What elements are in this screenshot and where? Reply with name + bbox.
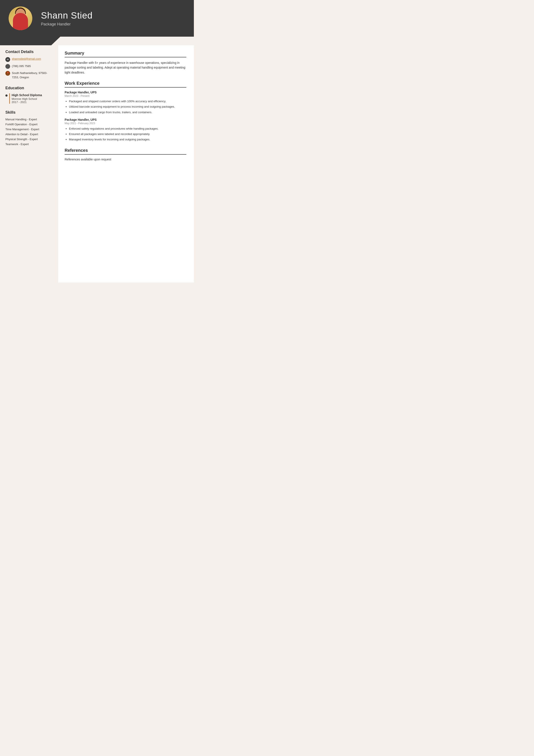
references-title: References (64, 148, 186, 155)
job-bullet-item: Enforced safety regulations and procedur… (69, 126, 186, 131)
email-link[interactable]: shannstied@gmail.com (12, 57, 41, 60)
chevron-shape (0, 37, 60, 45)
job-date: March 2023 - Present (64, 94, 186, 97)
job-bullet-item: Managed inventory levels for incoming an… (69, 137, 186, 142)
job-bullets: Enforced safety regulations and procedur… (64, 126, 186, 142)
work-experience-section: Work Experience Package Handler, UPSMarc… (64, 81, 186, 142)
header-text: Shann Stied Package Handler (41, 10, 93, 27)
references-text: References available upon request (64, 158, 186, 161)
references-section: References References available upon req… (64, 148, 186, 161)
phone-icon: 📞 (5, 64, 10, 69)
work-experience-title: Work Experience (64, 81, 186, 88)
header: Shann Stied Package Handler (0, 0, 194, 37)
sidebar: Contact Details ✉ shannstied@gmail.com 📞… (0, 45, 58, 283)
phone-text: (786) 095 7585 (12, 64, 31, 68)
education-item: High School Diploma Monroe High School 2… (5, 94, 53, 104)
contact-section: Contact Details ✉ shannstied@gmail.com 📞… (5, 50, 53, 79)
skill-item: Attention to Detail - Expert (5, 133, 53, 136)
chevron-decoration (0, 37, 194, 45)
job-bullet-item: Utilized barcode scanning equipment to p… (69, 105, 186, 109)
edu-bullet (5, 94, 8, 96)
summary-title: Summary (64, 51, 186, 57)
skills-section: Skills Manual Handling - ExpertForklift … (5, 110, 53, 146)
job-entry: Package Handler, UPSMarch 2023 - Present… (64, 91, 186, 115)
job-entry: Package Handler, UPSMay 2021 - February … (64, 118, 186, 142)
job-bullet-item: Loaded and unloaded cargo from trucks, t… (69, 110, 186, 115)
summary-text: Package Handler with 5+ years of experie… (64, 60, 186, 75)
edu-details: High School Diploma Monroe High School 2… (9, 94, 42, 104)
education-section-title: Education (5, 86, 53, 90)
avatar (9, 7, 32, 30)
summary-section: Summary Package Handler with 5+ years of… (64, 51, 186, 75)
job-date: May 2021 - February 2023 (64, 122, 186, 125)
job-bullets: Packaged and shipped customer orders wit… (64, 99, 186, 115)
skill-item: Teamwork - Expert (5, 143, 53, 146)
location-icon: 📍 (5, 71, 10, 76)
jobs-list: Package Handler, UPSMarch 2023 - Present… (64, 91, 186, 142)
education-section: Education High School Diploma Monroe Hig… (5, 86, 53, 104)
contact-section-title: Contact Details (5, 50, 53, 54)
skill-item: Physical Strength - Expert (5, 138, 53, 141)
skill-item: Forklift Operation - Expert (5, 123, 53, 126)
email-item: ✉ shannstied@gmail.com (5, 57, 53, 62)
skill-item: Manual Handling - Expert (5, 118, 53, 121)
address-text: South Nathanielbury, 97583-7253, Oregon (12, 71, 53, 79)
candidate-title: Package Handler (41, 22, 93, 27)
edu-degree: High School Diploma (12, 94, 42, 97)
edu-school: Monroe High School (12, 97, 42, 100)
job-title: Package Handler, UPS (64, 118, 186, 122)
job-bullet-item: Ensured all packages were labeled and re… (69, 132, 186, 136)
skills-list: Manual Handling - ExpertForklift Operati… (5, 118, 53, 146)
address-item: 📍 South Nathanielbury, 97583-7253, Orego… (5, 71, 53, 79)
candidate-name: Shann Stied (41, 10, 93, 21)
email-icon: ✉ (5, 57, 10, 62)
job-title: Package Handler, UPS (64, 91, 186, 94)
job-bullet-item: Packaged and shipped customer orders wit… (69, 99, 186, 103)
skills-section-title: Skills (5, 110, 53, 115)
edu-years: 2017 - 2021 (12, 100, 42, 104)
main-layout: Contact Details ✉ shannstied@gmail.com 📞… (0, 45, 194, 283)
main-content: Summary Package Handler with 5+ years of… (58, 45, 194, 283)
skill-item: Time Management - Expert (5, 128, 53, 131)
phone-item: 📞 (786) 095 7585 (5, 64, 53, 69)
